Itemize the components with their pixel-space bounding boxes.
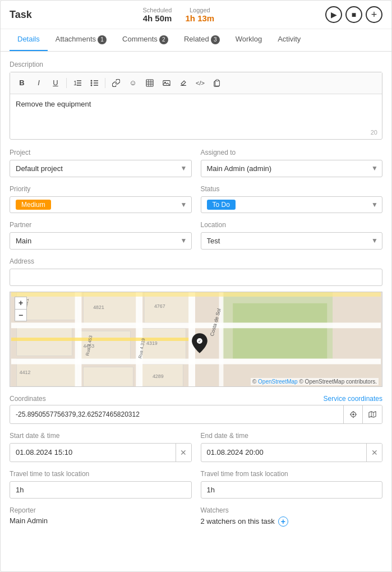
address-input[interactable]: [10, 269, 382, 286]
header-stats: Scheduled 4h 50m Logged 1h 13m: [143, 7, 215, 23]
reporter-label: Reporter: [10, 506, 192, 514]
erase-button[interactable]: [176, 76, 191, 90]
location-select[interactable]: Test: [201, 232, 383, 250]
start-datetime-wrapper: ✕: [10, 443, 192, 462]
zoom-in-button[interactable]: +: [15, 297, 27, 309]
editor-body[interactable]: Remove the equipment 20: [10, 94, 382, 139]
stop-button[interactable]: ■: [345, 6, 362, 23]
status-group: Status To Do ▼: [201, 185, 383, 213]
underline-button[interactable]: U: [48, 76, 63, 90]
svg-rect-17: [215, 80, 220, 86]
map-svg: Rua 4.821 Rua 4.453 Rua 4.319 Costa de S…: [10, 292, 382, 386]
location-label: Location: [201, 221, 383, 229]
partner-label: Partner: [10, 221, 192, 229]
editor-toolbar: B I U 1.: [10, 72, 382, 94]
svg-rect-37: [11, 292, 381, 297]
bold-button[interactable]: B: [15, 76, 29, 90]
clipboard-button[interactable]: [210, 76, 224, 90]
watchers-label: Watchers: [201, 506, 383, 514]
priority-label: Priority: [10, 185, 192, 193]
partner-group: Partner Main ▼: [10, 221, 192, 250]
logged-stat: Logged 1h 13m: [186, 7, 215, 23]
travel-to-input[interactable]: [10, 481, 192, 499]
coord-actions: [343, 405, 382, 423]
end-datetime-clear[interactable]: ✕: [366, 444, 382, 462]
svg-point-4: [91, 80, 93, 81]
address-group: Address: [10, 257, 382, 286]
travel-to-label: Travel time to task location: [10, 470, 192, 478]
tab-comments[interactable]: Comments2: [114, 29, 176, 51]
partner-select-wrapper: Main ▼: [10, 232, 192, 250]
watchers-value: 2 watchers on this task +: [201, 516, 383, 527]
tab-attachments[interactable]: Attachments1: [48, 29, 114, 51]
svg-rect-35: [11, 322, 381, 328]
logged-value: 1h 13m: [186, 13, 215, 23]
description-label: Description: [10, 61, 382, 68]
coordinates-input[interactable]: [10, 407, 343, 422]
location-group: Location Test ▼: [201, 221, 383, 250]
add-button[interactable]: +: [366, 6, 382, 23]
zoom-out-button[interactable]: −: [15, 309, 27, 321]
project-assigned-row: Project Default project ▼ Assigned to Ma…: [10, 149, 382, 177]
reporter-value: Main Admin: [10, 516, 192, 525]
play-button[interactable]: ▶: [325, 6, 342, 23]
start-datetime-input[interactable]: [10, 444, 176, 460]
watchers-group: Watchers 2 watchers on this task +: [201, 506, 383, 527]
tab-related[interactable]: Related3: [176, 29, 228, 51]
assigned-select[interactable]: Main Admin (admin): [201, 160, 383, 177]
priority-select[interactable]: Medium: [10, 196, 192, 213]
svg-rect-23: [83, 292, 139, 325]
italic-button[interactable]: I: [31, 76, 46, 90]
travel-row: Travel time to task location Travel time…: [10, 470, 382, 499]
description-text: Remove the equipment: [16, 100, 376, 108]
partner-location-row: Partner Main ▼ Location Test ▼: [10, 221, 382, 250]
link-button[interactable]: [109, 76, 123, 90]
code-button[interactable]: </>: [193, 76, 207, 90]
logged-label: Logged: [186, 7, 215, 13]
emoji-button[interactable]: ☺: [126, 76, 140, 90]
travel-from-input[interactable]: [201, 481, 383, 499]
map-view-button[interactable]: [363, 405, 382, 423]
project-select[interactable]: Default project: [10, 160, 192, 177]
project-label: Project: [10, 149, 192, 156]
start-datetime-clear[interactable]: ✕: [176, 444, 191, 462]
svg-text:4319: 4319: [146, 340, 158, 345]
reporter-watchers-row: Reporter Main Admin Watchers 2 watchers …: [10, 506, 382, 527]
status-select[interactable]: To Do: [201, 196, 383, 213]
coordinates-row: Coordinates Service coordinates: [10, 395, 382, 403]
map-container: Rua 4.821 Rua 4.453 Rua 4.319 Costa de S…: [10, 292, 382, 387]
partner-select[interactable]: Main: [10, 232, 192, 250]
main-content: Description B I U 1.: [1, 52, 391, 536]
svg-rect-27: [139, 328, 186, 361]
end-datetime-input[interactable]: [201, 444, 367, 460]
svg-rect-34: [219, 292, 224, 386]
priority-status-row: Priority Medium ▼ Status To Do ▼: [10, 185, 382, 213]
start-datetime-group: Start date & time ✕: [10, 432, 192, 462]
table-button[interactable]: [142, 76, 157, 90]
tab-details[interactable]: Details: [10, 29, 48, 51]
tab-activity[interactable]: Activity: [270, 29, 308, 51]
svg-text:✓: ✓: [198, 339, 201, 343]
svg-rect-18: [216, 79, 218, 81]
tabs: Details Attachments1 Comments2 Related3 …: [1, 29, 391, 52]
watchers-add-button[interactable]: +: [278, 516, 288, 527]
service-coordinates-label[interactable]: Service coordinates: [324, 395, 382, 403]
project-group: Project Default project ▼: [10, 149, 192, 177]
priority-badge: Medium: [16, 200, 51, 210]
svg-rect-29: [83, 367, 133, 386]
travel-to-group: Travel time to task location: [10, 470, 192, 499]
tab-worklog[interactable]: Worklog: [228, 29, 270, 51]
image-button[interactable]: [159, 76, 174, 90]
end-datetime-label: End date & time: [201, 432, 383, 440]
svg-point-6: [91, 84, 93, 86]
locate-button[interactable]: [344, 405, 363, 423]
svg-rect-38: [11, 338, 188, 341]
unordered-list-button[interactable]: [87, 76, 102, 90]
header: Task Scheduled 4h 50m Logged 1h 13m ▶ ■ …: [1, 1, 391, 29]
ordered-list-button[interactable]: 1.: [70, 76, 85, 90]
related-badge: 3: [211, 35, 220, 44]
comments-badge: 2: [159, 35, 168, 44]
end-datetime-group: End date & time ✕: [201, 432, 383, 462]
header-actions: ▶ ■ +: [325, 6, 382, 23]
divider-2: [105, 78, 105, 88]
